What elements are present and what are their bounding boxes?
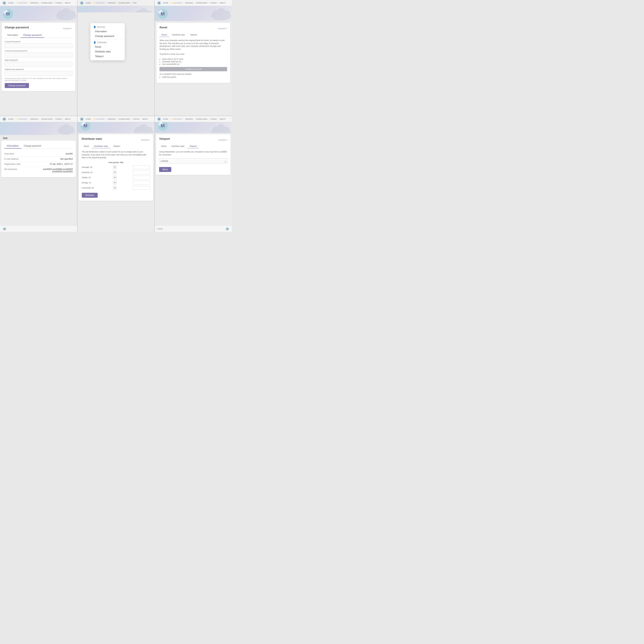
stat-dexterity-btn[interactable]: + — [113, 170, 117, 174]
condition-2: Character level are (1). — [162, 61, 227, 63]
stat-vitality-input[interactable] — [133, 176, 150, 179]
distribute-btn[interactable]: Distribute — [82, 193, 98, 198]
stat-command-btn[interactable]: + — [113, 186, 117, 190]
stat-vitality-btn[interactable]: + — [113, 176, 117, 179]
nav-home-5[interactable]: HOME — [86, 118, 91, 120]
info-row-regdate: Registration date 27 авг. 2023 г., 16:57… — [4, 162, 73, 167]
stat-energy-input[interactable] — [133, 181, 150, 185]
nav-about-5[interactable]: ABOUT — [142, 118, 148, 120]
info-table: Username test400 E-mail address Not spec… — [4, 151, 73, 174]
conditions-btn[interactable]: Conditions not met! — [159, 67, 227, 71]
nav-home-6[interactable]: HOME — [163, 118, 168, 120]
account-link-1[interactable]: Account ✏ — [63, 27, 72, 30]
navbar-2: M HOME | ⚡ ACCOUNT | RANKING | DOWNLOADS… — [77, 0, 155, 6]
nav-ranking-4[interactable]: RANKING — [30, 118, 38, 120]
stat-command-input[interactable] — [133, 186, 150, 190]
sub-tab-teleport-5[interactable]: Teleport — [111, 144, 122, 148]
reward-item-1: 1000 free points — [162, 76, 227, 78]
tab-information-1[interactable]: Information — [5, 33, 21, 38]
move-btn[interactable]: Move — [159, 167, 171, 172]
nav-home-1[interactable]: HOME — [8, 2, 13, 4]
svg-text:M: M — [81, 2, 83, 4]
nav-downloads-4[interactable]: DOWNLOADS — [41, 118, 52, 120]
nav-about-3[interactable]: ABOUT — [220, 2, 226, 4]
sub-tab-distribute-6[interactable]: Distribute stats — [169, 144, 187, 148]
nav-account-3[interactable]: ⚡ ACCOUNT — [171, 2, 182, 4]
stat-row-command: Command: 25 + — [82, 186, 150, 190]
label-username: Username — [4, 153, 14, 155]
nav-forum-5[interactable]: FORUM — [133, 118, 139, 120]
nav-forum-1[interactable]: FORUM — [56, 2, 62, 4]
sub-tab-reset-5[interactable]: Reset — [82, 144, 91, 148]
current-password-input[interactable] — [5, 43, 72, 48]
current-password-group: Current Password — [5, 41, 72, 48]
teleport-card: Teleport Account ✏ Reset Distribute stat… — [156, 134, 231, 175]
nav-ranking-2[interactable]: RANKING — [108, 2, 115, 4]
dropdown-teleport[interactable]: Teleport — [90, 54, 125, 59]
nav-account-4[interactable]: ⚡ ACCOUNT — [16, 118, 27, 120]
nav-downloads-2[interactable]: DOWNLOADS — [119, 2, 130, 4]
teleport-account-link[interactable]: Account ✏ — [218, 139, 228, 141]
stat-energy-btn[interactable]: + — [113, 181, 117, 185]
nav-account-5[interactable]: ⚡ ACCOUNT — [94, 118, 105, 120]
stat-row-energy: Energy: 15 + — [82, 181, 150, 185]
nav-ranking-5[interactable]: RANKING — [108, 118, 115, 120]
dropdown-reset[interactable]: Reset — [90, 44, 125, 49]
sub-tab-distribute-5[interactable]: Distribute stats — [92, 144, 110, 148]
nav-downloads-1[interactable]: DOWNLOADS — [41, 2, 52, 4]
change-password-btn[interactable]: Change password — [5, 83, 29, 88]
change-password-card: Change password Account ✏ Information Ch… — [2, 23, 75, 91]
svg-text:M: M — [158, 2, 160, 4]
nav-forum-2[interactable]: FOR — [133, 2, 137, 4]
svg-point-11 — [68, 11, 76, 18]
current-password-label: Current Password — [5, 41, 72, 43]
location-select-wrapper: Lorencia ▼ — [159, 158, 228, 165]
nav-downloads-5[interactable]: DOWNLOADS — [119, 118, 130, 120]
repeat-password-input[interactable] — [5, 71, 72, 76]
dropdown-information[interactable]: Information — [90, 29, 125, 34]
nav-forum-3[interactable]: FORUM — [210, 2, 217, 4]
nav-forum-4[interactable]: FORUM — [56, 118, 62, 120]
location-select[interactable]: Lorencia — [159, 158, 228, 164]
tab-change-pw-4[interactable]: Change password — [21, 144, 44, 149]
label-regdate: Registration date — [4, 163, 21, 165]
nav-about-6[interactable]: ABOUT — [220, 118, 226, 120]
nav-forum-6[interactable]: FORUM — [210, 118, 217, 120]
dropdown-change-password[interactable]: Change password — [90, 34, 125, 38]
nav-about-4[interactable]: ABOUT — [65, 118, 71, 120]
nav-ranking-1[interactable]: RANKING — [30, 2, 38, 4]
nav-account-6[interactable]: ⚡ ACCOUNT — [171, 118, 182, 120]
stat-strength-input[interactable] — [133, 165, 150, 169]
nav-home-3[interactable]: HOME — [163, 2, 168, 4]
sub-tab-reset[interactable]: Reset — [159, 33, 169, 37]
sub-tab-teleport-3[interactable]: Teleport — [188, 33, 199, 37]
nav-downloads-6[interactable]: DOWNLOADS — [196, 118, 207, 120]
stat-strength-btn[interactable]: + — [113, 165, 117, 169]
nav-downloads-3[interactable]: DOWNLOADS — [196, 2, 207, 4]
new-password-input[interactable] — [5, 62, 72, 67]
nav-account-1[interactable]: ⚡ ACCOUNT — [16, 2, 27, 4]
nav-home-2[interactable]: HOME — [86, 2, 91, 4]
tab-information-4[interactable]: Information — [4, 144, 21, 149]
condition-1: Have reset ≥ (1) or more. — [162, 58, 227, 60]
info-row-email: E-mail address Not specified — [4, 156, 73, 162]
current-account-input[interactable] — [5, 53, 72, 57]
sub-tab-distribute-3[interactable]: Distribute stats — [170, 33, 187, 37]
sub-tab-teleport-6[interactable]: Teleport — [187, 144, 199, 148]
nav-ranking-3[interactable]: RANKING — [185, 2, 193, 4]
stat-dexterity-input[interactable] — [133, 170, 150, 174]
tab-change-password-1[interactable]: Change password — [21, 33, 44, 38]
teleport-title: Teleport — [159, 137, 170, 140]
stat-row-strength: Strength: 26 + — [82, 165, 150, 169]
sub-tab-reset-6[interactable]: Reset — [159, 144, 169, 148]
dropdown-distribute[interactable]: Distribute stats — [90, 49, 125, 54]
reset-account-link[interactable]: Account ✏ — [218, 27, 227, 30]
nav-account-2[interactable]: ⚡ ACCOUNT — [94, 2, 105, 4]
hero-2 — [77, 6, 155, 12]
nav-about-1[interactable]: ABOUT — [65, 2, 71, 4]
distribute-account-link[interactable]: Account ✏ — [141, 139, 150, 141]
nav-home-4[interactable]: HOME — [8, 118, 13, 120]
distribute-sub-tabs: Reset Distribute stats Teleport — [82, 144, 150, 148]
label-email: E-mail address — [4, 158, 19, 160]
nav-ranking-6[interactable]: RANKING — [185, 118, 193, 120]
